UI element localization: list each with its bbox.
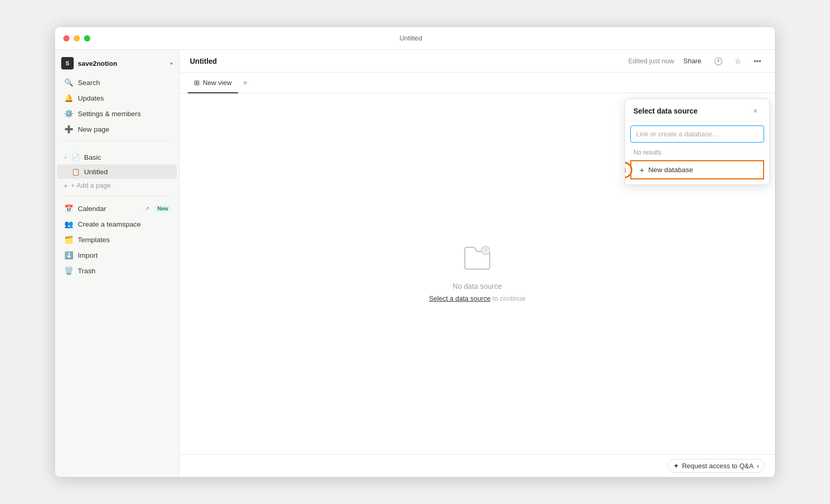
- workspace-icon: S: [61, 57, 74, 69]
- page-title: Untitled: [190, 57, 217, 65]
- sidebar-item-import[interactable]: ⬇️ Import: [57, 247, 177, 263]
- templates-icon: 🗂️: [63, 234, 74, 245]
- sidebar-item-templates[interactable]: 🗂️ Templates: [57, 232, 177, 247]
- tab-new-view-label: New view: [203, 79, 232, 87]
- new-database-button[interactable]: + New database: [630, 160, 764, 179]
- sidebar-item-trash[interactable]: 🗑️ Trash: [57, 263, 177, 278]
- page-icon-untitled: 📋: [71, 166, 81, 177]
- topbar-right: Edited just now Share 🕐 ☆ •••: [628, 54, 765, 68]
- more-button[interactable]: •••: [750, 54, 765, 68]
- sidebar-item-settings[interactable]: ⚙️ Settings & members: [57, 106, 177, 121]
- sidebar-label-teamspace: Create a teamspace: [78, 220, 171, 228]
- tab-new-view[interactable]: ⊞ New view: [188, 73, 238, 93]
- chevron-down-icon: ▾: [170, 61, 173, 66]
- panel-header: Select data source ×: [625, 99, 769, 121]
- sidebar: S save2notion ▾ 🔍 Search 🔔 Updates ⚙️ Se…: [55, 50, 179, 477]
- search-input-wrapper: [630, 125, 764, 143]
- new-page-icon: ➕: [63, 124, 74, 134]
- titlebar: Untitled: [55, 27, 775, 50]
- app-window: Untitled S save2notion ▾ 🔍 Search 🔔 Upda…: [54, 26, 776, 478]
- sidebar-label-settings: Settings & members: [78, 110, 171, 118]
- empty-folder-icon: ?: [463, 245, 492, 276]
- updates-icon: 🔔: [63, 93, 74, 103]
- request-access-chevron: ›: [757, 462, 759, 470]
- topbar-left: Untitled: [190, 57, 217, 65]
- database-search-input[interactable]: [631, 126, 764, 142]
- request-access-icon: ✦: [673, 462, 679, 470]
- edited-label: Edited just now: [628, 57, 674, 65]
- main-layout: S save2notion ▾ 🔍 Search 🔔 Updates ⚙️ Se…: [55, 50, 775, 477]
- add-page-label: + Add a page: [71, 181, 111, 189]
- sidebar-item-teamspace[interactable]: 👥 Create a teamspace: [57, 216, 177, 232]
- content-area: Untitled Edited just now Share 🕐 ☆ ••• ⊞…: [179, 50, 775, 477]
- chevron-right-icon-2: [61, 167, 70, 176]
- pages-section: › 📄 Basic 📋 Untitled + + Add a page: [55, 150, 179, 192]
- page-label-basic: Basic: [84, 153, 101, 161]
- sidebar-divider-2: [61, 196, 173, 197]
- svg-text:?: ?: [484, 248, 487, 254]
- tabbar: ⊞ New view +: [179, 73, 775, 93]
- panel-title: Select data source: [633, 107, 698, 115]
- page-icon-basic: 📄: [71, 152, 81, 162]
- sidebar-label-templates: Templates: [78, 236, 171, 244]
- sidebar-label-import: Import: [78, 251, 171, 259]
- add-page-button[interactable]: + + Add a page: [57, 179, 177, 192]
- new-database-plus-icon: +: [640, 165, 644, 174]
- sidebar-label-new-page: New page: [78, 125, 171, 133]
- sidebar-label-trash: Trash: [78, 267, 171, 275]
- select-data-source-link[interactable]: Select a data source: [429, 295, 491, 302]
- new-database-label: New database: [648, 166, 693, 174]
- sidebar-item-updates[interactable]: 🔔 Updates: [57, 90, 177, 106]
- empty-title: No data source: [453, 282, 502, 290]
- topbar: Untitled Edited just now Share 🕐 ☆ •••: [179, 50, 775, 73]
- sidebar-label-calendar: Calendar: [78, 205, 145, 213]
- chevron-right-icon: ›: [61, 153, 70, 161]
- settings-icon: ⚙️: [63, 108, 74, 119]
- sidebar-item-new-page[interactable]: ➕ New page: [57, 121, 177, 137]
- sidebar-page-basic[interactable]: › 📄 Basic: [57, 150, 177, 164]
- empty-desc: Select a data source to continue: [429, 295, 525, 302]
- empty-desc-suffix: to continue: [492, 295, 525, 302]
- workspace-name: save2notion: [78, 60, 170, 67]
- share-button[interactable]: Share: [679, 55, 706, 66]
- sidebar-label-updates: Updates: [78, 94, 171, 102]
- sidebar-page-untitled[interactable]: 📋 Untitled: [57, 164, 177, 179]
- add-tab-button[interactable]: +: [238, 76, 253, 90]
- panel-close-button[interactable]: ×: [750, 105, 761, 117]
- teamspace-icon: 👥: [63, 219, 74, 229]
- plus-icon: +: [63, 181, 68, 190]
- no-results-label: No results: [625, 147, 769, 160]
- empty-state: ? No data source Select a data source to…: [429, 245, 525, 302]
- sidebar-item-calendar[interactable]: 📅 Calendar ↗ New: [57, 201, 177, 216]
- calendar-icon: 📅: [63, 203, 74, 214]
- new-database-area: 3 + New database: [630, 160, 764, 179]
- search-icon: 🔍: [63, 77, 74, 88]
- history-button[interactable]: 🕐: [711, 54, 725, 68]
- star-button[interactable]: ☆: [730, 54, 745, 68]
- workspace-header[interactable]: S save2notion ▾: [55, 54, 179, 73]
- trash-icon: 🗑️: [63, 265, 74, 276]
- sidebar-item-search[interactable]: 🔍 Search: [57, 75, 177, 90]
- page-content: ? No data source Select a data source to…: [179, 93, 775, 454]
- import-icon: ⬇️: [63, 250, 74, 260]
- titlebar-title: Untitled: [55, 34, 767, 42]
- request-access-label: Request access to Q&A: [682, 462, 754, 470]
- request-access-button[interactable]: ✦ Request access to Q&A ›: [668, 459, 765, 473]
- sidebar-label-search: Search: [78, 79, 171, 87]
- tab-grid-icon: ⊞: [194, 79, 200, 87]
- data-source-panel: Select data source × No results 3 + New …: [625, 99, 770, 185]
- new-badge: New: [155, 205, 171, 212]
- sidebar-divider: [61, 141, 173, 142]
- bottombar: ✦ Request access to Q&A ›: [179, 454, 775, 477]
- page-label-untitled: Untitled: [84, 168, 108, 176]
